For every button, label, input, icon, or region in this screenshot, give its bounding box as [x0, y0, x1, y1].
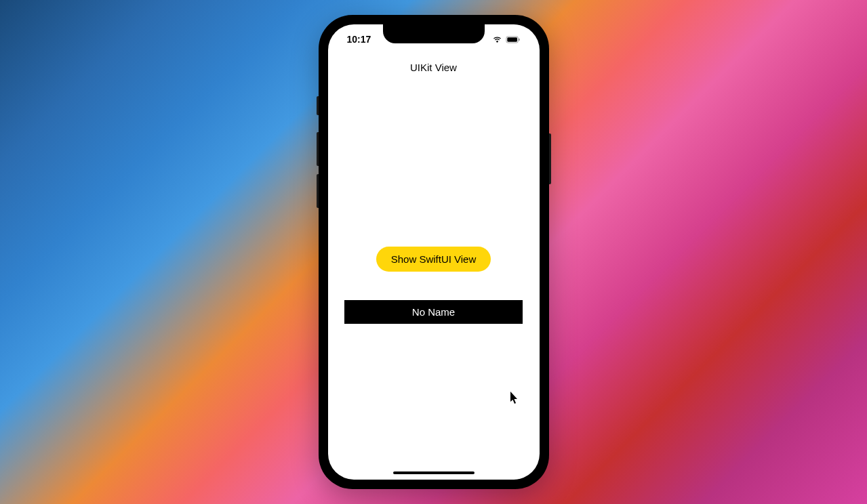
status-icons [492, 36, 521, 43]
wifi-icon [492, 36, 502, 43]
phone-screen: 10:17 UIKit View Show SwiftUI View No Na… [328, 24, 540, 480]
battery-icon [506, 36, 521, 43]
svg-rect-2 [519, 38, 519, 41]
home-indicator[interactable] [393, 471, 475, 474]
status-time: 10:17 [347, 34, 371, 45]
mute-switch [317, 96, 319, 115]
phone-frame: 10:17 UIKit View Show SwiftUI View No Na… [319, 15, 549, 489]
svg-rect-1 [507, 37, 517, 41]
notch [383, 24, 485, 43]
name-display-box: No Name [344, 300, 523, 324]
content-area: Show SwiftUI View No Name [328, 79, 540, 480]
volume-down-button [317, 174, 319, 208]
volume-up-button [317, 132, 319, 166]
power-button [549, 133, 551, 184]
name-label: No Name [412, 306, 455, 318]
show-swiftui-button[interactable]: Show SwiftUI View [376, 247, 491, 272]
page-title: UIKit View [328, 62, 540, 73]
phone-side-buttons [317, 96, 319, 216]
